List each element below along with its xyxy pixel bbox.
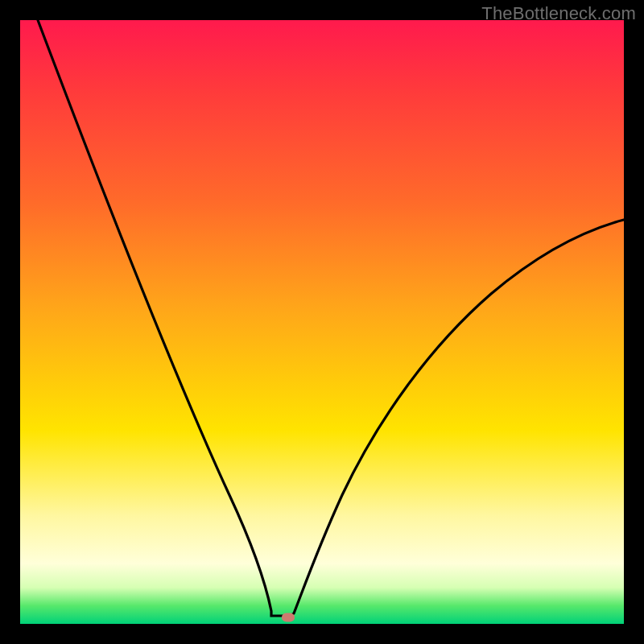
minimum-marker <box>282 613 295 622</box>
bottleneck-curve <box>20 20 624 624</box>
plot-area <box>20 20 624 624</box>
chart-frame: TheBottleneck.com <box>0 0 644 644</box>
curve-right-branch <box>290 220 624 616</box>
watermark-text: TheBottleneck.com <box>481 3 636 24</box>
curve-left-branch <box>38 20 290 616</box>
